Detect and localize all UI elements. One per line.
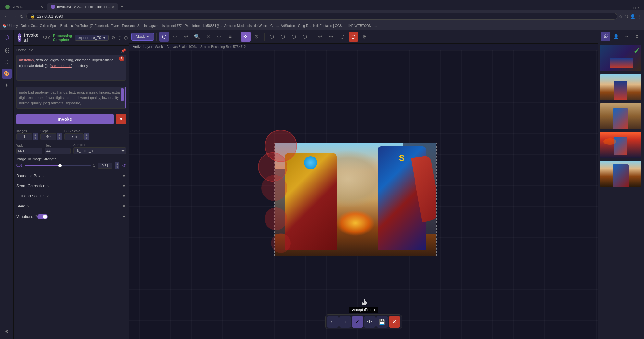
nav-forward[interactable]: → [11, 13, 18, 19]
tool-copy[interactable]: ⬡ [267, 32, 277, 42]
tool-move[interactable]: ⬡ [159, 32, 169, 42]
tool-settings[interactable]: ⚙ [360, 32, 369, 42]
thumbnail-3[interactable] [600, 102, 642, 130]
thumbnail-1[interactable]: ✓ [600, 44, 642, 72]
steps-down[interactable]: ▼ [57, 137, 62, 140]
right-tool-images[interactable]: 🖼 [601, 32, 610, 41]
steps-up[interactable]: ▲ [57, 133, 62, 137]
i2i-down[interactable]: ▼ [115, 166, 119, 169]
tool-brush[interactable]: ✏ [170, 32, 180, 42]
tool-erase[interactable]: ↩ [181, 32, 191, 42]
bookmark-youtube[interactable]: ▶ YouTube [71, 24, 88, 28]
variations-toggle[interactable] [37, 214, 48, 219]
bookmark-inbox[interactable]: Inbox - klk56831@... [192, 24, 222, 28]
i2i-slider[interactable] [25, 165, 91, 166]
browser-maximize[interactable]: □ [633, 6, 636, 10]
thumbnail-2[interactable] [600, 73, 642, 101]
height-select[interactable]: 448 [45, 148, 71, 154]
variations-help[interactable]: ? [35, 215, 37, 219]
extension-icon[interactable]: ⬡ [625, 14, 628, 19]
i2i-thumb[interactable] [58, 164, 62, 167]
positive-prompt-box[interactable]: artstation, detailed, digital painting, … [16, 55, 126, 81]
header-icon-2[interactable]: ⬡ [118, 35, 121, 40]
sidebar-icon-nodes[interactable]: ⬡ [2, 57, 12, 67]
infill-header[interactable]: Infill and Scaling ? ▼ [14, 191, 129, 201]
bookmark-sports[interactable]: Online Sports Betti... [40, 24, 69, 28]
float-back-btn[interactable]: ← [327, 316, 339, 328]
i2i-reset[interactable]: ↺ [122, 163, 126, 168]
cancel-button[interactable]: ✕ [116, 114, 126, 124]
tool-add[interactable]: ✛ [241, 32, 251, 42]
browser-minimize[interactable]: ─ [629, 6, 632, 10]
thumbnail-4[interactable] [600, 131, 642, 159]
tool-paste[interactable]: ⬡ [278, 32, 288, 42]
nav-refresh[interactable]: ↻ [19, 13, 25, 19]
tool-menu[interactable]: ≡ [226, 32, 235, 42]
bounding-box-help[interactable]: ? [43, 174, 44, 178]
float-accept-btn[interactable]: ✓ [352, 316, 363, 328]
seed-help[interactable]: ? [27, 204, 29, 208]
steps-input[interactable] [40, 133, 56, 140]
variations-header[interactable]: Variations ? ▼ [14, 211, 129, 222]
tool-pen[interactable]: ✏ [215, 32, 224, 42]
bookmark-amazon[interactable]: Amazon Music [224, 24, 246, 28]
tool-undo[interactable]: ↩ [316, 32, 325, 42]
images-down[interactable]: ▼ [33, 137, 38, 140]
tab-close-invoke[interactable]: ✕ [112, 5, 114, 9]
bookmark-line[interactable]: LINE WEBTOON - ... [347, 24, 377, 28]
nav-back[interactable]: ← [3, 13, 9, 19]
address-bar[interactable]: 🔒 127.0.0.1:9090 [26, 13, 617, 20]
canvas-container[interactable]: S [129, 50, 598, 339]
float-save-btn[interactable]: 💾 [376, 316, 388, 328]
tool-redo[interactable]: ↪ [327, 32, 336, 42]
header-icon-1[interactable]: ⚙ [111, 35, 115, 40]
right-tool-settings[interactable]: ⚙ [632, 32, 641, 41]
profile-icon[interactable]: 👤 [630, 14, 635, 19]
cfg-down[interactable]: ▼ [84, 137, 89, 140]
bookmark-udemy[interactable]: 📚 Udemy - Online Co... [3, 24, 38, 28]
seam-correction-help[interactable]: ? [47, 184, 49, 188]
right-tool-models[interactable]: 👤 [612, 32, 621, 41]
float-close-btn[interactable]: ✕ [389, 316, 400, 328]
tool-zoom[interactable]: 🔍 [192, 32, 202, 42]
pin-icon[interactable]: 📌 [121, 48, 126, 53]
bookmark-fiverr[interactable]: Fiverr - Freelance S... [111, 24, 142, 28]
mask-button[interactable]: Mask ▼ [131, 33, 154, 41]
tab-close-btn[interactable]: ✕ [40, 5, 43, 9]
bookmark-instagram[interactable]: Instagram [144, 24, 158, 28]
right-tool-edit[interactable]: ✏ [622, 32, 631, 41]
images-input[interactable] [16, 133, 32, 140]
bookmark-wacom[interactable]: disable Wacom Circ... [247, 24, 279, 28]
images-up[interactable]: ▲ [33, 133, 38, 137]
bounding-box-header[interactable]: Bounding Box ? ▼ [14, 171, 129, 181]
float-view-btn[interactable]: 👁 [364, 316, 376, 328]
sampler-select[interactable]: k_euler_a [73, 147, 126, 154]
sidebar-icon-models[interactable]: ✦ [2, 81, 12, 90]
seed-header[interactable]: Seed ? ▼ [14, 201, 129, 211]
cfg-up[interactable]: ▲ [84, 133, 89, 137]
bookmark-star[interactable]: ☆ [619, 14, 623, 19]
new-tab-button[interactable]: + [118, 3, 126, 10]
tool-delete[interactable]: 🗑 [349, 32, 358, 42]
i2i-value-input[interactable] [98, 163, 112, 169]
header-icon-3[interactable]: ⬡ [124, 35, 128, 40]
sidebar-icon-gallery[interactable]: 🖼 [2, 45, 12, 55]
tab-invoke[interactable]: InvokeAI - A Stable Diffusion To... ✕ [47, 3, 118, 10]
bookmark-disciple[interactable]: discipleneil777 - Pr... [160, 24, 190, 28]
tool-clear-mask[interactable]: ✕ [204, 32, 213, 42]
bookmark-neil[interactable]: Neil Fontaine | CGS... [313, 24, 344, 28]
sidebar-icon-settings[interactable]: ⚙ [2, 327, 12, 336]
float-forward-btn[interactable]: → [339, 316, 351, 328]
invoke-button[interactable]: Invoke [16, 114, 114, 124]
infill-help[interactable]: ? [46, 194, 48, 198]
browser-menu[interactable]: ⋮ [637, 14, 641, 19]
tool-download[interactable]: ⬡ [289, 32, 299, 42]
experience-selector[interactable]: experience_70 ▼ [75, 35, 109, 41]
bookmark-artstation[interactable]: ArtStation - Greg R... [281, 24, 311, 28]
tab-new-tab[interactable]: New Tab ✕ [1, 3, 47, 10]
bookmark-facebook[interactable]: (7) Facebook [90, 24, 109, 28]
tool-circle[interactable]: ⊙ [252, 32, 262, 42]
tool-upload[interactable]: ⬡ [300, 32, 310, 42]
sidebar-icon-canvas[interactable]: 🎨 [2, 69, 12, 79]
cfg-input[interactable] [64, 133, 84, 140]
